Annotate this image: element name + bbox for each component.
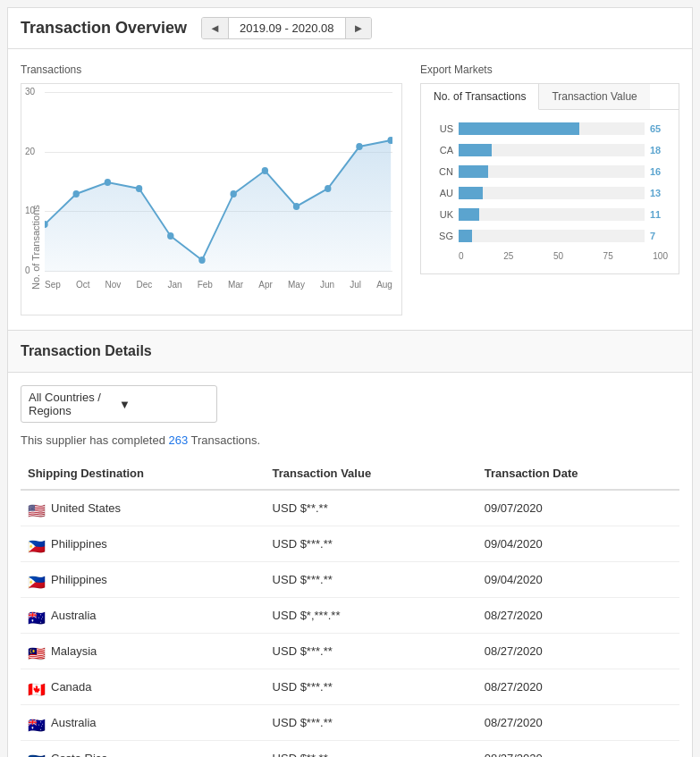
destination-name: Malaysia [51,644,97,658]
filter-area: All Countries / Regions ▼ [8,373,692,430]
svg-point-2 [72,190,79,198]
destination-name: Australia [51,716,97,729]
value-cell: USD $***.** [266,562,477,598]
transactions-count: This supplier has completed 263 Transact… [8,430,692,458]
date-cell: 09/04/2020 [477,562,679,598]
svg-point-4 [136,185,142,192]
flag-icon: 🇵🇭 [28,574,46,586]
details-title: Transaction Details [21,343,152,358]
bar-row-uk: UK 11 [432,208,668,221]
svg-point-9 [293,203,299,210]
bar-fill-ca [459,144,492,156]
date-cell: 08/27/2020 [477,741,679,758]
y-axis-label: No. of Transactions [30,93,41,290]
flag-icon: 🇨🇦 [28,681,46,694]
bar-fill-au [459,187,483,199]
value-cell: USD $**.** [266,490,477,526]
details-section: Transaction Details [8,331,692,373]
line-chart-container: No. of Transactions 30 20 10 0 [21,83,402,315]
svg-point-8 [262,167,268,174]
bar-track-uk [459,208,645,221]
table-row: 🇦🇺 Australia USD $***.** 08/27/2020 [21,705,679,741]
flag-icon: 🇨🇷 [28,753,46,758]
bar-track-sg [459,230,645,242]
svg-marker-0 [45,140,391,272]
chart-area: 30 20 10 0 [45,93,392,290]
x-labels: SepOctNovDecJanFebMarAprMayJunJulAug [45,280,392,290]
svg-point-11 [356,143,362,150]
svg-point-3 [105,179,111,186]
dropdown-label: All Countries / Regions [29,391,119,417]
bar-track-cn [459,165,645,178]
value-cell: USD $***.** [266,705,477,741]
date-cell: 08/27/2020 [477,634,679,669]
export-label: Export Markets [420,63,679,76]
flag-icon: 🇦🇺 [28,717,46,729]
bar-value-us: 65 [650,123,668,134]
table-container: Shipping Destination Transaction Value T… [8,458,692,757]
date-cell: 09/04/2020 [477,526,679,562]
svg-point-5 [167,232,173,240]
bar-value-cn: 16 [650,166,668,177]
bar-fill-cn [459,165,488,178]
destination-name: Canada [51,680,92,694]
country-cn: CN [432,166,453,177]
bar-value-sg: 7 [650,231,668,241]
svg-point-10 [325,185,331,192]
flag-icon: 🇵🇭 [28,538,46,551]
export-chart-box: US 65 CA 18 CN [420,109,679,274]
date-cell: 09/07/2020 [477,490,679,526]
destination-cell: 🇺🇸 United States [21,490,266,526]
bar-row-sg: SG 7 [432,230,668,242]
table-row: 🇵🇭 Philippines USD $***.** 09/04/2020 [21,562,679,598]
date-navigator: ◄ 2019.09 - 2020.08 ► [201,17,372,39]
destination-name: Philippines [51,537,107,551]
country-filter-dropdown[interactable]: All Countries / Regions ▼ [21,385,217,423]
destination-name: United States [51,501,121,515]
tab-transaction-value[interactable]: Transaction Value [539,84,649,109]
country-au: AU [432,188,453,198]
value-cell: USD $**.** [266,741,477,758]
destination-cell: 🇦🇺 Australia [21,705,266,741]
next-date-btn[interactable]: ► [346,18,372,38]
country-sg: SG [432,231,453,241]
destination-name: Costa Rica [51,752,108,757]
flag-icon: 🇲🇾 [28,645,46,658]
table-row: 🇺🇸 United States USD $**.** 09/07/2020 [21,490,679,526]
count-value: 263 [168,433,188,447]
table-row: 🇨🇦 Canada USD $***.** 08/27/2020 [21,669,679,705]
col-value: Transaction Value [266,458,477,490]
table-body: 🇺🇸 United States USD $**.** 09/07/2020 🇵… [21,490,679,757]
destination-cell: 🇵🇭 Philippines [21,526,266,562]
x-axis-ticks: 0255075100 [432,251,668,261]
line-chart-section: Transactions No. of Transactions 30 20 1… [21,63,402,315]
bar-track-ca [459,144,645,156]
country-uk: UK [432,209,453,220]
col-date: Transaction Date [477,458,679,490]
flag-icon: 🇺🇸 [28,502,46,515]
table-row: 🇵🇭 Philippines USD $***.** 09/04/2020 [21,526,679,562]
bar-value-au: 13 [650,188,668,198]
prev-date-btn[interactable]: ◄ [202,18,228,38]
bar-fill-sg [459,230,472,242]
destination-cell: 🇨🇷 Costa Rica [21,741,266,758]
destination-name: Australia [51,609,97,622]
table-header: Shipping Destination Transaction Value T… [21,458,679,490]
table-row: 🇲🇾 Malaysia USD $***.** 08/27/2020 [21,634,679,669]
bar-value-ca: 18 [650,145,668,156]
export-tabs: No. of Transactions Transaction Value [420,83,679,109]
table-row: 🇦🇺 Australia USD $*,***.** 08/27/2020 [21,598,679,634]
col-destination: Shipping Destination [21,458,266,490]
destination-name: Philippines [51,573,107,586]
tab-no-transactions[interactable]: No. of Transactions [421,84,539,110]
dropdown-arrow-icon: ▼ [119,398,209,411]
bar-row-ca: CA 18 [432,144,668,156]
date-cell: 08/27/2020 [477,598,679,634]
transactions-table: Shipping Destination Transaction Value T… [21,458,679,757]
main-container: Transaction Overview ◄ 2019.09 - 2020.08… [7,7,693,757]
charts-row: Transactions No. of Transactions 30 20 1… [8,49,692,331]
table-row: 🇨🇷 Costa Rica USD $**.** 08/27/2020 [21,741,679,758]
transactions-label: Transactions [21,63,402,76]
bar-fill-us [459,122,579,135]
country-us: US [432,123,453,134]
